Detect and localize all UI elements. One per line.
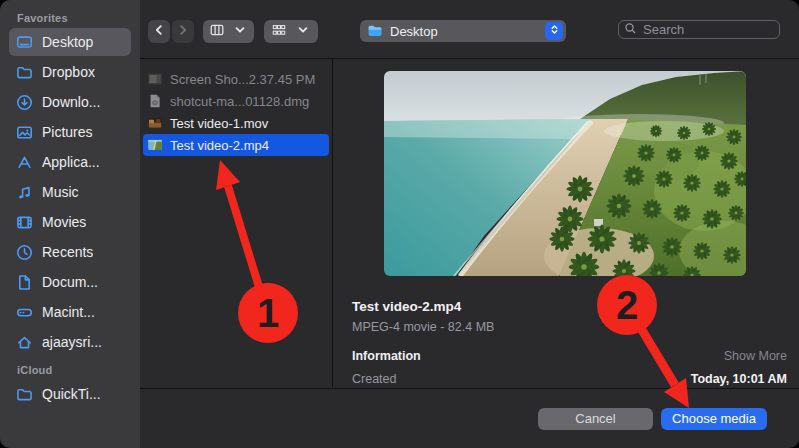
- video-thumb-beach-icon: [147, 137, 163, 153]
- forward-button[interactable]: [172, 20, 194, 43]
- home-icon: [14, 332, 34, 352]
- location-stepper-button[interactable]: [545, 22, 563, 40]
- file-row-video2[interactable]: Test video-2.mp4: [143, 134, 329, 156]
- harddrive-icon: [14, 302, 34, 322]
- folder-icon: [367, 23, 383, 39]
- sidebar-item-label: Dropbox: [42, 64, 95, 80]
- sidebar-item-label: Movies: [42, 214, 86, 230]
- sidebar-item-label: Pictures: [42, 124, 93, 140]
- column-view-button[interactable]: [203, 20, 254, 43]
- search-icon: [624, 21, 641, 39]
- back-button[interactable]: [148, 20, 170, 43]
- chevron-left-icon: [151, 22, 167, 42]
- created-value: Today, 10:01 AM: [691, 372, 787, 386]
- beach-scene-graphic: [384, 71, 746, 276]
- pictures-icon: [14, 122, 34, 142]
- sidebar-item-applications[interactable]: Applica...: [9, 148, 131, 176]
- file-row-screenshot[interactable]: Screen Sho...2.37.45 PM: [143, 68, 329, 90]
- information-heading: Information: [352, 349, 421, 363]
- folder-icon: [14, 62, 34, 82]
- main-area: Desktop Screen Sho...2.37.45 PMshotcut-m…: [140, 0, 799, 448]
- music-icon: [14, 182, 34, 202]
- location-dropdown-label: Desktop: [390, 24, 438, 39]
- file-list-column: Screen Sho...2.37.45 PMshotcut-ma...0112…: [140, 59, 333, 387]
- download-icon: [14, 92, 34, 112]
- dialog-footer: Cancel Choose media: [140, 388, 799, 448]
- sidebar-item-dropbox[interactable]: Dropbox: [9, 58, 131, 86]
- sidebar-item-downloads[interactable]: Downlo...: [9, 88, 131, 116]
- sidebar-item-label: Docum...: [42, 274, 98, 290]
- choose-media-button[interactable]: Choose media: [661, 408, 767, 430]
- cancel-button[interactable]: Cancel: [538, 408, 653, 430]
- applications-icon: [14, 152, 34, 172]
- column-view-icon: [209, 22, 225, 42]
- sidebar-item-label: Downlo...: [42, 94, 100, 110]
- show-more-link[interactable]: Show More: [724, 349, 787, 363]
- created-label: Created: [352, 372, 396, 386]
- video-preview-image: [384, 71, 746, 276]
- sidebar-sections: FavoritesDesktopDropboxDownlo...Pictures…: [0, 6, 140, 408]
- sidebar-item-macintosh-hd[interactable]: Macint...: [9, 298, 131, 326]
- sidebar-item-label: Desktop: [42, 34, 93, 50]
- location-dropdown[interactable]: Desktop: [360, 20, 566, 42]
- preview-file-name: Test video-2.mp4: [352, 299, 787, 314]
- file-name: Test video-1.mov: [170, 116, 268, 131]
- file-list: Screen Sho...2.37.45 PMshotcut-ma...0112…: [140, 68, 332, 156]
- search-input[interactable]: [641, 21, 774, 38]
- sidebar-section-label: Favorites: [0, 6, 140, 26]
- chevrons-up-down-icon: [548, 23, 561, 39]
- sidebar-item-label: Macint...: [42, 304, 95, 320]
- sidebar-item-quicktime[interactable]: QuickTi...: [9, 380, 131, 408]
- recents-icon: [14, 242, 34, 262]
- sidebar-section-label: iCloud: [0, 358, 140, 378]
- document-icon: [14, 272, 34, 292]
- sidebar-item-desktop[interactable]: Desktop: [9, 28, 131, 56]
- chevron-right-icon: [175, 22, 191, 42]
- sidebar-item-pictures[interactable]: Pictures: [9, 118, 131, 146]
- file-row-dmg[interactable]: shotcut-ma...01128.dmg: [143, 90, 329, 112]
- file-name: Test video-2.mp4: [170, 138, 269, 153]
- file-row-video1[interactable]: Test video-1.mov: [143, 112, 329, 134]
- open-file-dialog: FavoritesDesktopDropboxDownlo...Pictures…: [0, 0, 799, 448]
- preview-file-info: MPEG-4 movie - 82.4 MB: [352, 320, 787, 334]
- toolbar: Desktop: [140, 0, 799, 59]
- chevron-down-icon: [295, 22, 311, 42]
- movies-icon: [14, 212, 34, 232]
- grid-view-button[interactable]: [264, 20, 318, 43]
- sidebar-item-label: Applica...: [42, 154, 100, 170]
- file-name: shotcut-ma...01128.dmg: [170, 94, 309, 109]
- folder-icon: [14, 384, 34, 404]
- sidebar-item-music[interactable]: Music: [9, 178, 131, 206]
- video-thumb-warm-icon: [147, 115, 163, 131]
- sidebar-section-list: QuickTi...: [0, 380, 140, 408]
- screenshot-thumb-icon: [147, 71, 163, 87]
- disk-image-icon: [147, 93, 163, 109]
- file-name: Screen Sho...2.37.45 PM: [170, 72, 315, 87]
- sidebar-item-label: QuickTi...: [42, 386, 101, 402]
- sidebar-section-list: DesktopDropboxDownlo...PicturesApplica..…: [0, 28, 140, 356]
- sidebar-item-label: ajaaysri...: [42, 334, 102, 350]
- sidebar-item-documents[interactable]: Docum...: [9, 268, 131, 296]
- sidebar-item-label: Music: [42, 184, 79, 200]
- sidebar: FavoritesDesktopDropboxDownlo...Pictures…: [0, 0, 140, 448]
- grid-view-icon: [271, 22, 287, 42]
- file-metadata: Test video-2.mp4 MPEG-4 movie - 82.4 MB …: [352, 299, 787, 386]
- preview-column: Test video-2.mp4 MPEG-4 movie - 82.4 MB …: [333, 59, 799, 387]
- desktop-icon: [14, 32, 34, 52]
- sidebar-item-label: Recents: [42, 244, 93, 260]
- search-field[interactable]: [618, 20, 780, 39]
- sidebar-item-home[interactable]: ajaaysri...: [9, 328, 131, 356]
- sidebar-item-movies[interactable]: Movies: [9, 208, 131, 236]
- content-area: Screen Sho...2.37.45 PMshotcut-ma...0112…: [140, 59, 799, 387]
- sidebar-item-recents[interactable]: Recents: [9, 238, 131, 266]
- chevron-down-icon: [232, 22, 248, 42]
